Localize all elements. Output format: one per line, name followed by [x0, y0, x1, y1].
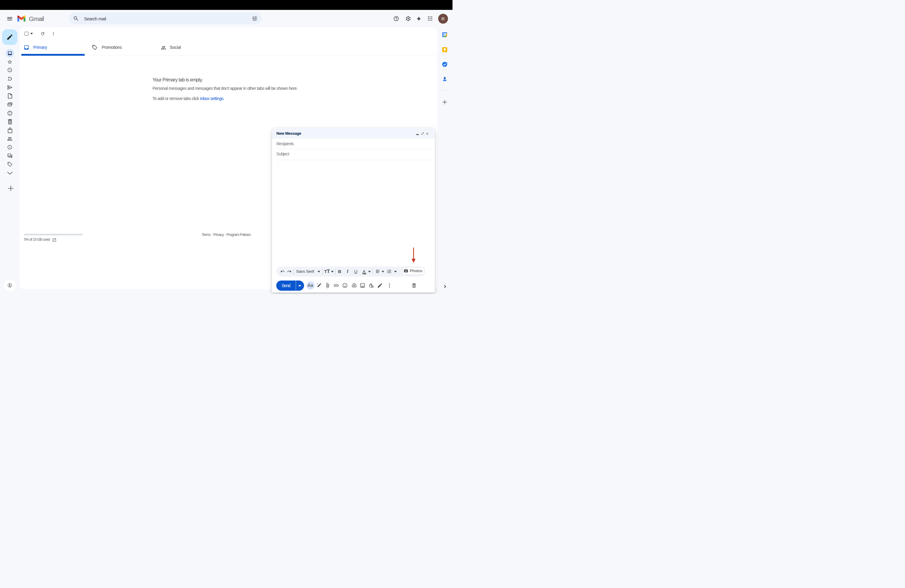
svg-text:31: 31 — [443, 33, 446, 36]
